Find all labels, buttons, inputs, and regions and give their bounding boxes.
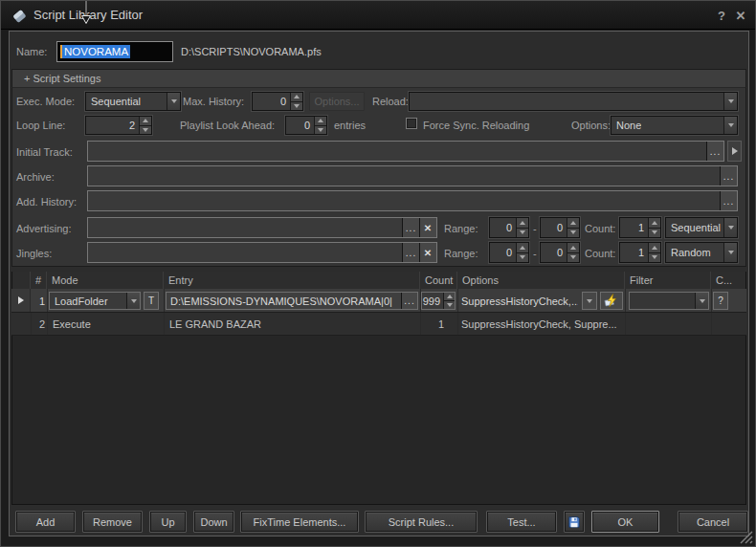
filter-combobox[interactable] (629, 292, 709, 310)
chevron-down-icon[interactable] (723, 93, 737, 110)
exec-mode-combobox[interactable]: Sequential (85, 92, 181, 111)
column-header-c[interactable]: C... (711, 272, 745, 289)
spin-down-icon[interactable] (140, 125, 151, 135)
history-options-button[interactable]: Options... (309, 92, 365, 111)
down-button[interactable]: Down (193, 511, 234, 533)
spin-down-icon[interactable] (649, 252, 660, 263)
track-type-button[interactable]: T (144, 292, 159, 310)
column-header-num[interactable]: # (31, 272, 47, 289)
script-rules-button[interactable]: Script Rules... (365, 511, 478, 533)
script-settings-header[interactable] (11, 69, 746, 88)
mode-value: Execute (53, 318, 91, 330)
script-file-path: D:\SCRIPTS\NOVORAMA.pfs (181, 46, 322, 57)
browse-ellipsis-icon[interactable]: ... (720, 166, 737, 186)
advertising-field[interactable]: ... ✕ (87, 217, 437, 238)
column-header-options[interactable]: Options (457, 272, 625, 289)
name-input[interactable]: NOVORAMA (56, 41, 173, 62)
spin-up-icon[interactable] (649, 243, 660, 252)
count-spinner[interactable]: 999 (421, 292, 456, 310)
jingles-mode-combobox[interactable]: Random (665, 242, 738, 263)
browse-ellipsis-icon[interactable]: ... (402, 218, 419, 237)
titlebar[interactable]: Script Library Editor ? ✕ (1, 1, 755, 30)
jingles-range-to-spinner[interactable]: 0 (540, 242, 580, 263)
spin-up-icon[interactable] (315, 117, 326, 125)
spin-down-icon[interactable] (291, 101, 302, 111)
filter-help-button[interactable]: ? (713, 292, 728, 310)
save-button[interactable] (564, 511, 585, 533)
advertising-mode-combobox[interactable]: Sequential (665, 217, 738, 238)
spin-down-icon[interactable] (649, 228, 660, 238)
spin-up-icon[interactable] (567, 218, 579, 228)
chevron-down-icon[interactable] (695, 293, 708, 309)
run-script-bolt-icon[interactable] (600, 292, 623, 310)
add-history-field[interactable]: ... (87, 190, 738, 211)
advertising-label: Advertising: (16, 223, 71, 234)
spin-up-icon[interactable] (567, 243, 579, 252)
loop-line-spinner[interactable]: 2 (85, 116, 152, 135)
force-sync-checkbox[interactable] (406, 118, 417, 129)
chevron-down-icon[interactable] (723, 117, 737, 134)
jingles-range-from-spinner[interactable]: 0 (489, 242, 529, 263)
jingles-range-label: Range: (444, 248, 478, 259)
test-button[interactable]: Test... (486, 511, 557, 533)
chevron-down-icon[interactable] (167, 93, 180, 110)
browse-ellipsis-icon[interactable]: ... (402, 243, 419, 262)
spin-down-icon[interactable] (517, 228, 528, 238)
column-header-filter[interactable]: Filter (625, 272, 711, 289)
exec-mode-label: Exec. Mode: (16, 96, 75, 107)
options-dropdown-icon[interactable] (582, 292, 597, 310)
column-header-marker[interactable] (12, 272, 31, 289)
spin-down-icon[interactable] (567, 252, 579, 263)
archive-label: Archive: (16, 171, 55, 183)
browse-ellipsis-icon[interactable]: ... (401, 293, 417, 309)
clear-icon[interactable]: ✕ (419, 218, 436, 237)
table-row[interactable]: 2 Execute LE GRAND BAZAR 1 SuppressHisto… (11, 313, 746, 336)
options-combobox[interactable]: None (611, 116, 738, 135)
add-button[interactable]: Add (15, 511, 76, 533)
browse-ellipsis-icon[interactable]: ... (720, 191, 737, 210)
options-label: Options: (571, 120, 611, 131)
advertising-count-spinner[interactable]: 1 (619, 217, 661, 238)
advertising-range-from-spinner[interactable]: 0 (489, 217, 529, 238)
play-icon[interactable] (727, 141, 742, 162)
spin-up-icon[interactable] (140, 117, 151, 125)
fixtime-elements-button[interactable]: FixTime Elements... (240, 511, 359, 533)
reload-combobox[interactable] (409, 92, 738, 111)
jingles-field[interactable]: ... ✕ (87, 242, 437, 263)
column-header-entry[interactable]: Entry (164, 272, 420, 289)
max-history-spinner[interactable]: 0 (252, 92, 303, 111)
spin-down-icon[interactable] (517, 252, 528, 263)
ok-button[interactable]: OK (591, 511, 659, 533)
up-button[interactable]: Up (149, 511, 187, 533)
help-button[interactable]: ? (713, 7, 730, 24)
spin-up-icon[interactable] (517, 218, 528, 228)
spin-up-icon[interactable] (517, 243, 528, 252)
chevron-down-icon[interactable] (723, 218, 737, 237)
spin-down-icon[interactable] (444, 300, 455, 309)
spin-up-icon[interactable] (649, 218, 660, 228)
jingles-count-spinner[interactable]: 1 (619, 242, 661, 263)
archive-field[interactable]: ... (87, 165, 738, 186)
advertising-range-to-spinner[interactable]: 0 (540, 217, 580, 238)
spin-up-icon[interactable] (444, 293, 455, 300)
entry-field[interactable]: D:\EMISSIONS-DYNAMIQUES\NOVORAMA|0| ... (166, 292, 418, 310)
playlist-look-ahead-spinner[interactable]: 0 (285, 116, 327, 135)
mode-combobox[interactable]: LoadFolder (49, 292, 141, 310)
resize-grip[interactable] (737, 528, 754, 545)
initial-track-field[interactable]: ... (87, 141, 724, 162)
entries-label: entries (334, 120, 366, 131)
mouse-cursor (79, 1, 93, 26)
spin-down-icon[interactable] (567, 228, 579, 238)
spin-down-icon[interactable] (315, 125, 326, 135)
clear-icon[interactable]: ✕ (419, 243, 436, 262)
chevron-down-icon[interactable] (723, 243, 737, 262)
table-row[interactable]: 1 LoadFolder T D:\EMISSIONS-DYNAMIQUES\N… (11, 289, 746, 313)
remove-button[interactable]: Remove (82, 511, 143, 533)
name-value: NOVORAMA (62, 45, 130, 58)
spin-up-icon[interactable] (291, 93, 302, 101)
browse-ellipsis-icon[interactable]: ... (706, 142, 723, 161)
close-icon[interactable]: ✕ (732, 7, 749, 24)
column-header-mode[interactable]: Mode (47, 272, 164, 289)
chevron-down-icon[interactable] (126, 293, 140, 309)
column-header-count[interactable]: Count (420, 272, 457, 289)
